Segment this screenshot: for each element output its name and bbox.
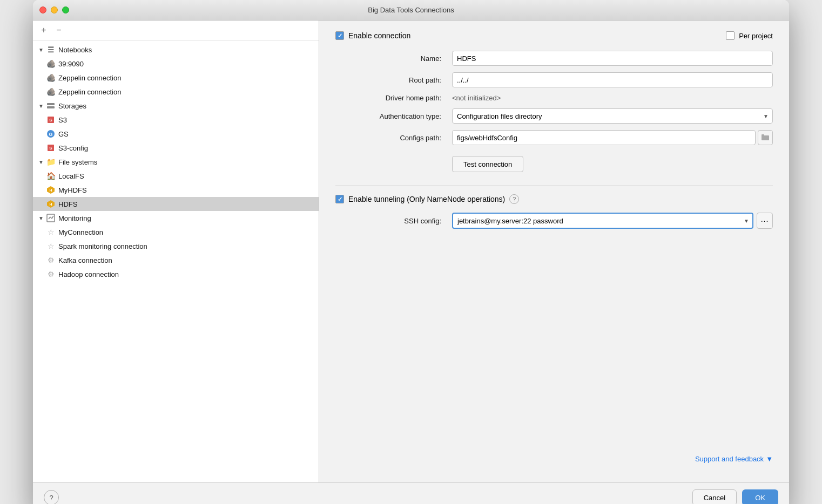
folder-open-icon [762, 134, 769, 141]
tree-item-hadoop[interactable]: ⚙ Hadoop connection [33, 267, 319, 281]
ssh-config-select[interactable]: jetbrains@my.server:22 password [452, 213, 753, 229]
group-monitoring[interactable]: ▼ Monitoring [33, 211, 319, 225]
tree-item-myconn[interactable]: ☆ MyConnection [33, 225, 319, 239]
tree-item-myhdfs[interactable]: H MyHDFS [33, 183, 319, 197]
auth-type-select[interactable]: Configuration files directory Simple Ker… [452, 108, 773, 124]
configs-path-row [452, 130, 773, 145]
star-icon-2: ☆ [46, 241, 56, 251]
nb3-label: Zeppelin connection [58, 88, 121, 96]
group-storages[interactable]: ▼ Storages [33, 99, 319, 113]
s3-label: S3 [58, 116, 67, 124]
support-feedback-link[interactable]: Support and feedback ▼ [335, 455, 773, 463]
form-fields: Name: Root path: Driver home path: <not … [335, 51, 773, 145]
tree-item-hdfs[interactable]: H HDFS [33, 197, 319, 211]
spark-label: Spark monitoring connection [58, 242, 147, 250]
driver-home-label: Driver home path: [335, 94, 443, 102]
hadoop-label: Hadoop connection [58, 270, 119, 278]
chevron-notebooks: ▼ [37, 46, 45, 53]
main-content: + − ▼ ☰ Notebooks 🪨 39:9090 🪨 Zeppelin c… [33, 21, 789, 482]
tree-item-gs[interactable]: G GS [33, 127, 319, 141]
svg-rect-0 [47, 103, 55, 105]
zeppelin-icon-2: 🪨 [46, 73, 56, 83]
tunneling-checkbox[interactable] [335, 195, 344, 203]
tree-item-nb2[interactable]: 🪨 Zeppelin connection [33, 71, 319, 85]
svg-rect-17 [762, 134, 764, 136]
tree-item-kafka[interactable]: ⚙ Kafka connection [33, 253, 319, 267]
browse-folder-button[interactable] [758, 130, 773, 145]
configs-path-label: Configs path: [335, 134, 443, 142]
tree-item-localfs[interactable]: 🏠 LocalFS [33, 169, 319, 183]
group-notebooks-label: Notebooks [58, 46, 92, 54]
close-button[interactable] [39, 6, 46, 13]
support-feedback-label: Support and feedback [695, 455, 764, 463]
ssh-row: SSH config: jetbrains@my.server:22 passw… [335, 213, 773, 229]
ssh-more-button[interactable]: ··· [757, 213, 773, 229]
right-panel: Enable connection Per project Name: Root… [319, 21, 789, 482]
tunneling-help-icon[interactable]: ? [509, 194, 519, 204]
svg-text:H: H [49, 202, 52, 206]
storages-group-icon [46, 101, 56, 111]
minimize-button[interactable] [51, 6, 58, 13]
s3config-icon: S [46, 143, 56, 153]
hdfs-label: HDFS [58, 200, 77, 208]
tree-item-nb3[interactable]: 🪨 Zeppelin connection [33, 85, 319, 99]
per-project-row: Per project [726, 31, 773, 40]
test-connection-button[interactable]: Test connection [452, 156, 523, 172]
ssh-input-wrapper: jetbrains@my.server:22 password ▼ ··· [452, 213, 773, 229]
root-path-input[interactable] [452, 72, 773, 87]
svg-text:S: S [49, 118, 52, 122]
per-project-checkbox[interactable] [726, 31, 735, 40]
auth-type-label: Authentication type: [335, 112, 443, 120]
tree: ▼ ☰ Notebooks 🪨 39:9090 🪨 Zeppelin conne… [33, 40, 319, 482]
tree-item-nb1[interactable]: 🪨 39:9090 [33, 57, 319, 71]
tree-item-s3config[interactable]: S S3-config [33, 141, 319, 155]
configs-path-input[interactable] [452, 130, 756, 145]
add-button[interactable]: + [37, 24, 50, 37]
zeppelin-icon: 🪨 [46, 59, 56, 69]
chevron-monitoring: ▼ [37, 214, 45, 222]
name-input[interactable] [452, 51, 773, 66]
group-filesystems[interactable]: ▼ 📁 File systems [33, 155, 319, 169]
chevron-storages: ▼ [37, 102, 45, 110]
filesystems-group-icon: 📁 [46, 157, 56, 167]
monitoring-group-icon [46, 213, 56, 223]
hdfs-selected-icon: H [46, 199, 56, 209]
svg-line-15 [52, 216, 53, 219]
enable-connection-checkbox[interactable] [335, 31, 344, 40]
group-filesystems-label: File systems [58, 158, 97, 166]
tree-item-spark[interactable]: ☆ Spark monitoring connection [33, 239, 319, 253]
svg-text:H: H [49, 188, 52, 192]
chevron-filesystems: ▼ [37, 158, 45, 166]
driver-home-value: <not initialized> [452, 94, 773, 102]
window-title: Big Data Tools Connections [368, 6, 454, 14]
tunneling-row: Enable tunneling (Only NameNode operatio… [335, 194, 773, 204]
gear-icon-2: ⚙ [46, 269, 56, 279]
tree-item-s3[interactable]: S S3 [33, 113, 319, 127]
s3-icon: S [46, 115, 56, 125]
spacer [335, 229, 773, 455]
main-window: Big Data Tools Connections + − ▼ ☰ Noteb… [33, 0, 789, 504]
kafka-label: Kafka connection [58, 256, 112, 264]
ok-button[interactable]: OK [742, 489, 778, 504]
home-icon: 🏠 [46, 171, 56, 181]
nb2-label: Zeppelin connection [58, 74, 121, 82]
cancel-button[interactable]: Cancel [692, 489, 737, 504]
bottom-buttons: ? Cancel OK [33, 482, 789, 504]
group-notebooks[interactable]: ▼ ☰ Notebooks [33, 43, 319, 57]
myhdfs-label: MyHDFS [58, 186, 87, 194]
help-button[interactable]: ? [44, 490, 59, 504]
group-storages-label: Storages [58, 102, 86, 110]
remove-button[interactable]: − [52, 24, 65, 37]
enable-connection-label: Enable connection [348, 31, 410, 40]
support-feedback-arrow-icon: ▼ [766, 455, 773, 463]
test-connection-wrapper: Test connection [335, 154, 773, 172]
svg-text:G: G [49, 132, 52, 137]
s3config-label: S3-config [58, 144, 88, 152]
divider [335, 185, 773, 186]
zeppelin-icon-3: 🪨 [46, 87, 56, 97]
left-panel: + − ▼ ☰ Notebooks 🪨 39:9090 🪨 Zeppelin c… [33, 21, 319, 482]
root-path-label: Root path: [335, 76, 443, 84]
ssh-config-label: SSH config: [335, 217, 443, 225]
gs-icon: G [46, 129, 56, 139]
maximize-button[interactable] [62, 6, 69, 13]
